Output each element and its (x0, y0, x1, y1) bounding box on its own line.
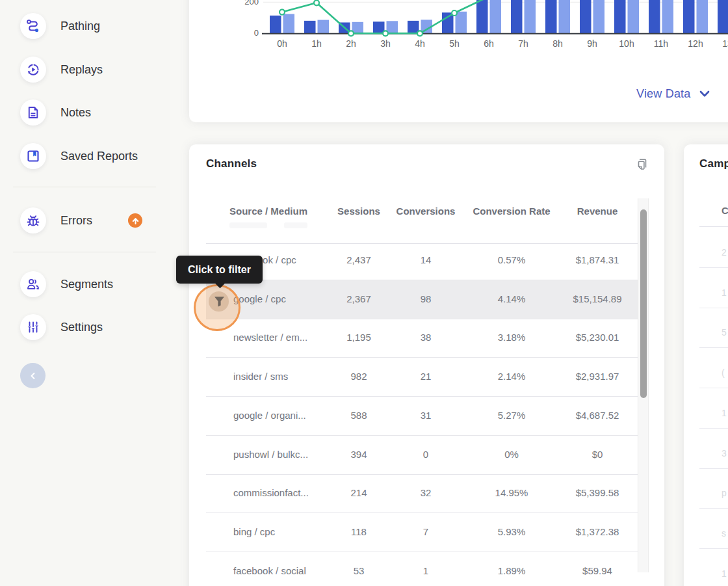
svg-text:200: 200 (244, 0, 259, 7)
svg-text:0h: 0h (277, 38, 287, 49)
svg-text:9h: 9h (587, 38, 597, 49)
svg-text:4h: 4h (415, 38, 425, 49)
svg-text:11h: 11h (654, 38, 668, 49)
svg-text:3h: 3h (380, 38, 391, 49)
svg-text:10h: 10h (619, 38, 634, 49)
svg-text:12h: 12h (688, 38, 703, 49)
svg-text:13h: 13h (722, 38, 728, 49)
svg-text:2h: 2h (346, 38, 356, 49)
svg-text:6h: 6h (484, 38, 494, 49)
svg-text:8h: 8h (552, 38, 563, 49)
svg-text:5h: 5h (449, 38, 460, 49)
svg-text:0: 0 (254, 28, 259, 38)
svg-text:7h: 7h (518, 38, 528, 49)
svg-text:1h: 1h (311, 38, 322, 49)
